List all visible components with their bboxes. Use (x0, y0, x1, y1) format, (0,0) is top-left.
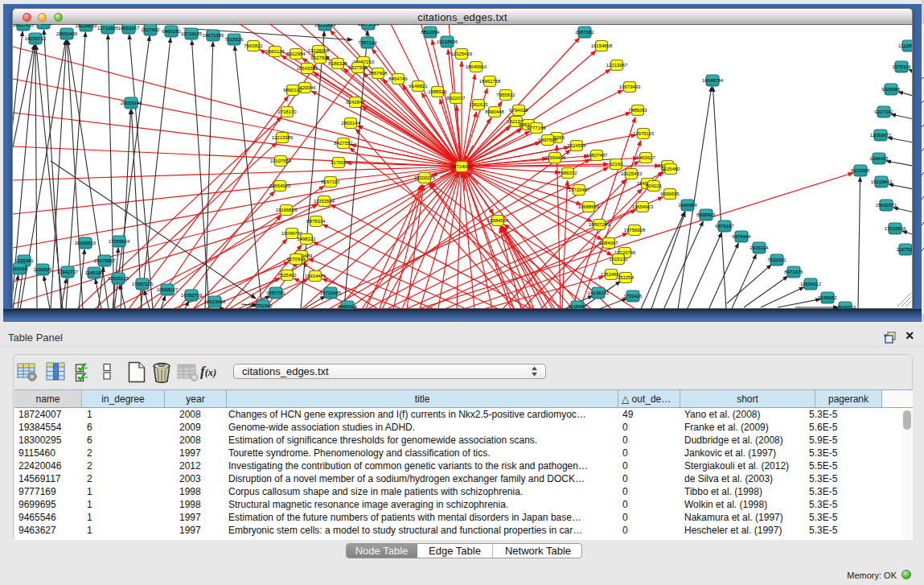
svg-text:317006: 317006 (331, 160, 347, 165)
svg-text:18224559: 18224559 (76, 24, 97, 28)
svg-text:1156829: 1156829 (34, 267, 53, 272)
svg-text:9242848: 9242848 (346, 100, 365, 105)
svg-text:1167533: 1167533 (897, 247, 912, 252)
svg-text:8427552: 8427552 (334, 141, 353, 146)
svg-text:252254: 252254 (618, 275, 634, 280)
svg-text:6794028: 6794028 (509, 108, 528, 113)
svg-text:7515526: 7515526 (224, 37, 244, 42)
svg-text:12093872: 12093872 (870, 133, 892, 138)
svg-text:9777169: 9777169 (527, 126, 546, 130)
svg-text:19218506: 19218506 (437, 39, 458, 44)
svg-text:7632621: 7632621 (767, 257, 786, 262)
svg-text:9118490: 9118490 (569, 304, 588, 309)
svg-text:16648784: 16648784 (702, 78, 724, 83)
svg-text:9245652: 9245652 (818, 295, 837, 300)
svg-text:16033809: 16033809 (314, 24, 336, 27)
svg-text:7485063: 7485063 (628, 108, 647, 113)
svg-text:16937418: 16937418 (13, 24, 35, 27)
svg-text:7663822: 7663822 (244, 43, 263, 48)
svg-text:1575104: 1575104 (892, 64, 911, 69)
svg-text:17957225: 17957225 (132, 282, 154, 286)
svg-text:12505135: 12505135 (108, 276, 129, 281)
svg-text:9660123: 9660123 (265, 49, 285, 54)
svg-text:7986372: 7986372 (558, 171, 577, 175)
svg-text:62160: 62160 (610, 162, 623, 167)
svg-text:19166829: 19166829 (276, 208, 298, 212)
svg-text:2867608: 2867608 (368, 71, 388, 76)
svg-text:8460924: 8460924 (338, 304, 357, 309)
svg-text:16210643: 16210643 (871, 179, 893, 184)
svg-text:20053346: 20053346 (121, 101, 142, 105)
svg-text:10107554: 10107554 (270, 159, 292, 163)
svg-text:20691406: 20691406 (56, 31, 78, 36)
svg-text:12213389: 12213389 (272, 135, 294, 140)
svg-text:15716485: 15716485 (320, 290, 342, 295)
svg-text:9227342: 9227342 (874, 109, 893, 114)
svg-text:8912954: 8912954 (286, 51, 306, 56)
svg-text:8990448: 8990448 (485, 109, 504, 114)
svg-text:1570934: 1570934 (286, 257, 306, 262)
svg-text:10958107: 10958107 (157, 287, 179, 292)
svg-text:2687682: 2687682 (575, 30, 594, 35)
svg-text:8454749: 8454749 (388, 76, 408, 81)
svg-text:14136141: 14136141 (588, 290, 610, 295)
svg-text:14055712: 14055712 (25, 36, 47, 41)
svg-text:8267110: 8267110 (322, 179, 341, 184)
svg-text:1615132: 1615132 (609, 257, 628, 262)
svg-text:10688609: 10688609 (578, 204, 600, 209)
svg-text:9146821: 9146821 (409, 84, 428, 89)
svg-text:8938923: 8938923 (696, 212, 716, 217)
svg-text:9890162: 9890162 (283, 88, 302, 93)
svg-text:16543362: 16543362 (297, 66, 318, 71)
svg-text:20206516: 20206516 (75, 241, 97, 245)
svg-text:19756928: 19756928 (624, 228, 646, 233)
svg-text:16782759: 16782759 (181, 293, 203, 298)
svg-text:17359924: 17359924 (109, 239, 130, 244)
svg-text:16154808: 16154808 (591, 43, 613, 48)
svg-text:19654925: 19654925 (269, 183, 291, 188)
svg-text:10942519: 10942519 (835, 305, 856, 309)
svg-text:15692971: 15692971 (876, 203, 897, 208)
svg-text:8471676: 8471676 (784, 270, 803, 274)
svg-text:10719185: 10719185 (181, 31, 203, 36)
svg-text:11325419: 11325419 (451, 51, 473, 56)
svg-text:18807249: 18807249 (589, 222, 610, 227)
svg-text:2803144: 2803144 (341, 121, 360, 126)
svg-text:8186328: 8186328 (328, 61, 347, 66)
svg-text:11353594: 11353594 (314, 199, 335, 204)
svg-text:2718170: 2718170 (277, 109, 297, 114)
svg-text:17016504: 17016504 (885, 226, 906, 231)
svg-text:8322037: 8322037 (446, 96, 466, 101)
svg-text:9657791: 9657791 (266, 290, 285, 295)
svg-text:8813054: 8813054 (421, 30, 440, 35)
svg-text:3624554: 3624554 (567, 143, 586, 148)
svg-text:19654923: 19654923 (632, 204, 654, 209)
svg-text:8878334: 8878334 (306, 219, 326, 224)
svg-text:1733426: 1733426 (623, 294, 643, 299)
svg-text:7625402: 7625402 (277, 273, 297, 278)
svg-text:18375620: 18375620 (358, 24, 380, 27)
svg-text:23975867: 23975867 (94, 258, 116, 263)
svg-text:1145194: 1145194 (85, 270, 105, 275)
svg-text:10807487: 10807487 (586, 153, 608, 158)
svg-text:9115460: 9115460 (662, 167, 681, 171)
svg-text:11128506: 11128506 (898, 43, 912, 48)
svg-text:16671385: 16671385 (203, 33, 224, 38)
svg-text:10654112: 10654112 (800, 282, 822, 286)
svg-text:1527602: 1527602 (141, 27, 160, 32)
svg-text:9329966: 9329966 (881, 87, 901, 92)
svg-text:15720407: 15720407 (569, 187, 590, 192)
svg-text:12923468: 12923468 (204, 299, 226, 304)
svg-text:23300275: 23300275 (414, 175, 436, 180)
svg-text:10973493: 10973493 (619, 84, 641, 89)
svg-text:1362615: 1362615 (469, 102, 488, 107)
svg-text:1640954: 1640954 (678, 203, 697, 208)
svg-text:12942737: 12942737 (57, 270, 79, 274)
svg-text:19384554: 19384554 (487, 218, 509, 223)
svg-text:9327505: 9327505 (310, 56, 330, 60)
svg-text:7357224: 7357224 (358, 40, 377, 45)
svg-text:9745203: 9745203 (34, 24, 53, 26)
svg-text:10025433: 10025433 (621, 171, 643, 176)
svg-text:7955812: 7955812 (496, 93, 515, 97)
svg-text:5498222: 5498222 (297, 237, 316, 241)
